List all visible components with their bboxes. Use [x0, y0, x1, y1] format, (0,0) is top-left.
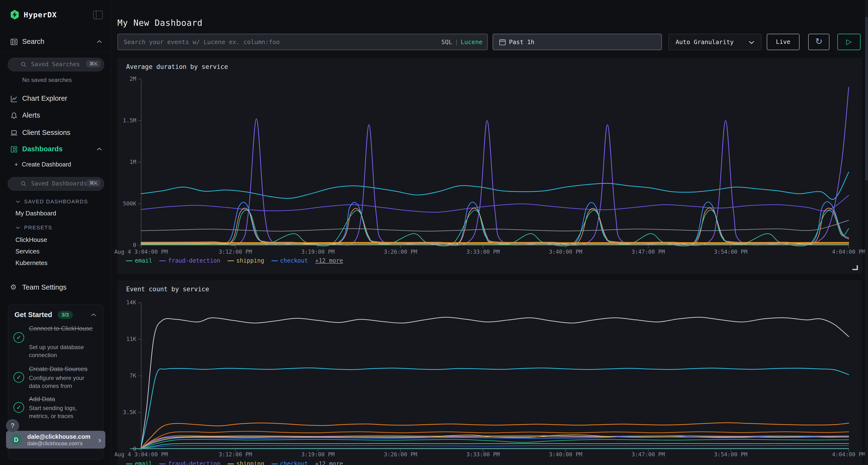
- plus-icon: +: [14, 161, 18, 168]
- legend-more[interactable]: +12 more: [315, 460, 343, 465]
- x-tick-label: 3:33:00 PM: [449, 248, 517, 255]
- sidebar-collapse-icon[interactable]: [93, 10, 103, 19]
- group-header-label: PRESETS: [24, 225, 52, 231]
- saved-dashboards-group-header[interactable]: SAVED DASHBOARDS: [16, 199, 88, 205]
- line-chart[interactable]: [138, 79, 849, 248]
- legend-item-email[interactable]: email: [126, 460, 152, 465]
- sidebar-item-dashboards[interactable]: Dashboards: [0, 144, 111, 156]
- scrollbar[interactable]: [865, 0, 868, 465]
- user-menu[interactable]: D dale@clickhouse.com dale@clickhouse.co…: [6, 431, 105, 449]
- sidebar-item-label: Team Settings: [22, 283, 66, 291]
- sidebar-item-alerts[interactable]: Alerts: [0, 110, 111, 122]
- time-range-picker[interactable]: Past 1h: [493, 34, 662, 50]
- saved-searches-placeholder: Saved Searches: [31, 61, 80, 68]
- y-tick-label: 14K: [115, 299, 136, 305]
- legend-dash-icon: [272, 261, 278, 261]
- task-description: Set up your database connection: [29, 343, 96, 359]
- no-saved-searches-text: No saved searches: [22, 77, 72, 84]
- create-dashboard-button[interactable]: +Create Dashboard: [14, 161, 71, 168]
- saved-searches-input[interactable]: Saved Searches ⌘K: [8, 58, 104, 71]
- brand[interactable]: HyperDX: [10, 10, 57, 20]
- lucene-toggle[interactable]: Lucene: [461, 38, 483, 45]
- gear-icon: ⚙: [10, 283, 17, 291]
- x-tick-label: 3:33:00 PM: [449, 451, 517, 458]
- chart-legend: emailfraud-detectionshippingcheckout+12 …: [126, 460, 343, 465]
- granularity-value: Auto Granularity: [676, 38, 734, 45]
- user-email: dale@clickhouse.com: [27, 433, 90, 440]
- y-tick-label: 1.5M: [115, 117, 136, 124]
- legend-item-fraud-detection[interactable]: fraud-detection: [159, 460, 220, 465]
- query-language-toggle[interactable]: SQL|Lucene: [441, 38, 483, 45]
- x-tick-label: 3:26:00 PM: [367, 451, 434, 458]
- chevron-up-icon: [96, 147, 102, 152]
- sidebar-item-kubernetes[interactable]: Kubernetes: [16, 259, 48, 267]
- task-check-icon: ✓: [13, 402, 24, 413]
- sidebar-item-team-settings[interactable]: ⚙ Team Settings: [0, 283, 111, 294]
- x-tick-label: 3:47:00 PM: [615, 451, 682, 458]
- axis: [138, 79, 849, 248]
- granularity-select[interactable]: Auto Granularity: [669, 34, 762, 50]
- sidebar-item-client-sessions[interactable]: Client Sessions: [0, 128, 111, 139]
- y-tick-label: 1M: [115, 159, 136, 165]
- scrollbar-thumb[interactable]: [865, 17, 868, 181]
- sidebar-item-chart-explorer[interactable]: Chart Explorer: [0, 94, 111, 105]
- y-tick-label: 500K: [115, 200, 136, 207]
- chart-explorer-icon: [10, 95, 18, 104]
- saved-dashboards-input[interactable]: Saved Dashboards ⌘K: [8, 177, 104, 191]
- legend-item-shipping[interactable]: shipping: [227, 460, 264, 465]
- resize-handle-icon[interactable]: [852, 265, 858, 270]
- chart-title: Average duration by service: [126, 63, 228, 70]
- sql-toggle[interactable]: SQL: [441, 38, 452, 45]
- task-title[interactable]: Connect to ClickHouse: [29, 324, 94, 333]
- run-query-button[interactable]: ▷: [837, 34, 861, 50]
- avatar: D: [10, 434, 22, 445]
- refresh-icon: ↻: [815, 36, 823, 46]
- legend-item-fraud-detection[interactable]: fraud-detection: [159, 257, 220, 264]
- x-tick-label: 4:04:00 PM: [815, 248, 868, 255]
- brand-name: HyperDX: [24, 10, 57, 19]
- legend-item-checkout[interactable]: checkout: [272, 257, 308, 264]
- task-description: Start sending logs, metrics, or traces: [29, 404, 96, 420]
- refresh-button[interactable]: ↻: [808, 34, 830, 50]
- y-tick-label: 11K: [115, 336, 136, 342]
- chevron-down-icon: [16, 200, 20, 203]
- legend-more[interactable]: +12 more: [315, 257, 343, 264]
- legend-item-checkout[interactable]: checkout: [272, 460, 308, 465]
- main-content: My New Dashboard Search your events w/ L…: [111, 0, 868, 465]
- x-tick-label: 3:12:00 PM: [202, 248, 269, 255]
- legend-label: fraud-detection: [168, 460, 220, 465]
- legend-dash-icon: [227, 261, 234, 261]
- legend-dash-icon: [159, 261, 166, 261]
- sidebar-item-services[interactable]: Services: [16, 248, 39, 255]
- x-tick-label: 3:40:00 PM: [532, 248, 599, 255]
- x-tick-label: 3:54:00 PM: [697, 451, 765, 458]
- task-description: Configure where your data comes from: [29, 374, 96, 390]
- task-title[interactable]: Add Data: [29, 395, 94, 403]
- chevron-up-icon[interactable]: [91, 313, 96, 318]
- task-title[interactable]: Create Data Sources: [29, 365, 94, 373]
- shortcut-badge: ⌘K: [86, 179, 100, 187]
- legend-item-email[interactable]: email: [126, 257, 152, 264]
- legend-label: shipping: [236, 460, 264, 465]
- live-button[interactable]: Live: [767, 34, 800, 50]
- event-search-input[interactable]: Search your events w/ Lucene ex. column:…: [117, 34, 488, 50]
- sidebar-item-label: Dashboards: [22, 145, 63, 153]
- x-tick-label: 3:47:00 PM: [615, 248, 682, 255]
- presets-group-header[interactable]: PRESETS: [16, 225, 52, 231]
- help-button[interactable]: ?: [6, 419, 19, 432]
- axis: [138, 303, 849, 452]
- legend-item-shipping[interactable]: shipping: [227, 257, 264, 264]
- laptop-icon: [10, 129, 18, 138]
- line-chart[interactable]: [138, 303, 849, 453]
- legend-dash-icon: [272, 464, 278, 464]
- get-started-progress-badge: 3/3: [58, 311, 73, 319]
- sidebar-item-search[interactable]: Search: [0, 37, 111, 48]
- x-tick-label: 3:19:00 PM: [284, 451, 352, 458]
- sidebar-item-my-dashboard[interactable]: My Dashboard: [16, 210, 56, 217]
- sidebar: HyperDX Search Saved Searches ⌘K No save…: [0, 0, 111, 465]
- y-tick-label: 0: [115, 242, 136, 248]
- chevron-down-icon: [748, 40, 755, 45]
- series-green: [141, 439, 849, 449]
- sidebar-item-clickhouse[interactable]: ClickHouse: [16, 236, 47, 243]
- legend-label: checkout: [280, 257, 308, 264]
